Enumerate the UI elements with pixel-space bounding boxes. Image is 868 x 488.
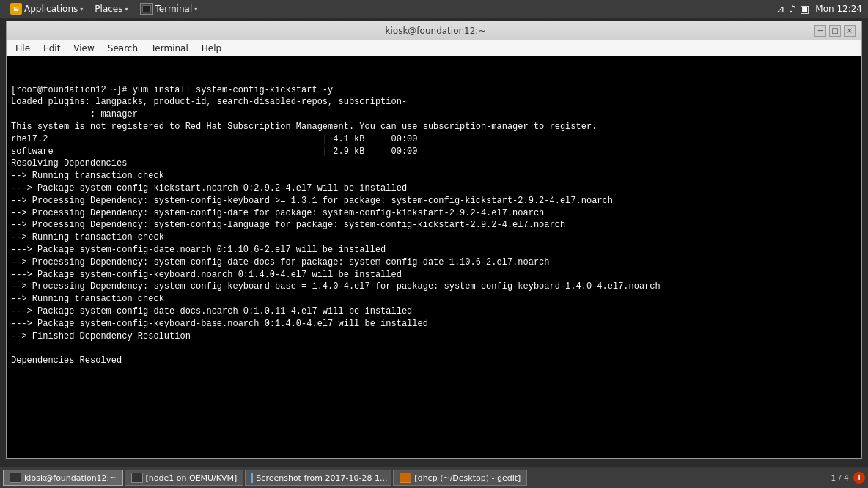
notification-badge[interactable]: i xyxy=(853,472,865,484)
system-tray-icons: ⊿ ♪ ▣ xyxy=(776,3,809,15)
terminal-window: kiosk@foundation12:~ − □ × File Edit Vie… xyxy=(6,21,862,459)
taskbar-screenshot-label: Screenshot from 2017-10-28 1... xyxy=(256,473,387,483)
taskbar-item-gedit[interactable]: [dhcp (~/Desktop) - gedit] xyxy=(393,470,527,486)
page-indicator: 1 / 4 xyxy=(831,473,849,483)
taskbar-screenshot-icon xyxy=(251,473,253,483)
network-icon: ⊿ xyxy=(776,3,784,15)
taskbar-right: 1 / 4 i xyxy=(831,472,865,484)
taskbar-item-node1[interactable]: [node1 on QEMU/KVM] xyxy=(125,470,244,486)
menu-bar: File Edit View Search Terminal Help xyxy=(7,40,861,56)
terminal-menu-label: Terminal xyxy=(155,4,193,14)
terminal-icon-inner xyxy=(142,5,151,12)
menu-file[interactable]: File xyxy=(10,42,36,55)
places-label: Places xyxy=(95,4,122,14)
clock: Mon 12:24 xyxy=(815,4,862,14)
notification-count: i xyxy=(858,474,860,481)
taskbar-item-screenshot[interactable]: Screenshot from 2017-10-28 1... xyxy=(245,470,391,486)
battery-icon: ▣ xyxy=(800,3,809,15)
terminal-menu-item[interactable]: Terminal ▾ xyxy=(136,1,202,16)
close-button[interactable]: × xyxy=(844,25,856,37)
applications-arrow: ▾ xyxy=(80,6,83,12)
terminal-text: [root@foundation12 ~]# yum install syste… xyxy=(11,84,857,367)
title-bar-controls: − □ × xyxy=(814,25,856,37)
terminal-menu-icon xyxy=(140,3,153,15)
taskbar: kiosk@foundation12:~ [node1 on QEMU/KVM]… xyxy=(0,467,868,488)
maximize-button[interactable]: □ xyxy=(829,25,841,37)
places-menu[interactable]: Places ▾ xyxy=(90,2,132,15)
terminal-arrow: ▾ xyxy=(194,6,197,12)
menu-search[interactable]: Search xyxy=(102,42,144,55)
terminal-output: [root@foundation12 ~]# yum install syste… xyxy=(7,56,861,458)
applications-label: Applications xyxy=(24,4,78,14)
taskbar-gedit-label: [dhcp (~/Desktop) - gedit] xyxy=(414,473,521,483)
menu-help[interactable]: Help xyxy=(196,42,227,55)
menu-edit[interactable]: Edit xyxy=(37,42,66,55)
system-bar: ⊞ Applications ▾ Places ▾ Terminal ▾ ⊿ ♪… xyxy=(0,0,868,18)
system-bar-left: ⊞ Applications ▾ Places ▾ Terminal ▾ xyxy=(6,1,202,16)
places-arrow: ▾ xyxy=(125,6,128,12)
taskbar-node1-icon xyxy=(131,473,143,483)
taskbar-terminal-icon xyxy=(10,473,21,483)
menu-view[interactable]: View xyxy=(67,42,100,55)
menu-terminal[interactable]: Terminal xyxy=(145,42,194,55)
system-bar-right: ⊿ ♪ ▣ Mon 12:24 xyxy=(776,3,862,15)
taskbar-node1-label: [node1 on QEMU/KVM] xyxy=(146,473,238,483)
taskbar-items: kiosk@foundation12:~ [node1 on QEMU/KVM]… xyxy=(3,470,527,486)
applications-menu[interactable]: ⊞ Applications ▾ xyxy=(6,1,87,16)
volume-icon: ♪ xyxy=(789,3,795,15)
minimize-button[interactable]: − xyxy=(814,25,826,37)
terminal-title-bar: kiosk@foundation12:~ − □ × xyxy=(7,21,861,40)
taskbar-gedit-icon xyxy=(400,473,411,483)
terminal-title: kiosk@foundation12:~ xyxy=(56,26,814,36)
taskbar-item-terminal[interactable]: kiosk@foundation12:~ xyxy=(3,470,123,486)
taskbar-terminal-label: kiosk@foundation12:~ xyxy=(24,473,117,483)
applications-icon: ⊞ xyxy=(10,3,22,15)
